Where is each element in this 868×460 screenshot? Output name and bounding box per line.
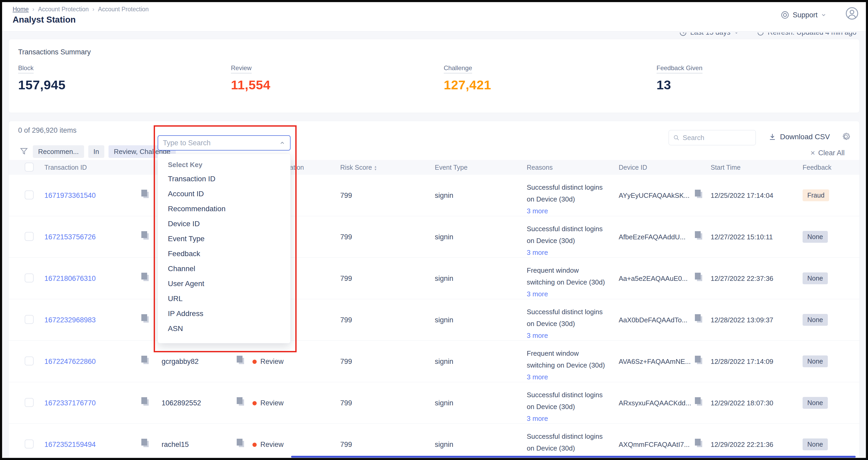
stat-feedback-given-label[interactable]: Feedback Given [656, 64, 703, 73]
event-type-cell: signin [435, 233, 454, 241]
col-event-type: Event Type [435, 164, 468, 171]
row-checkbox[interactable] [25, 439, 34, 449]
col-device-id: Device ID [619, 164, 647, 171]
row-checkbox[interactable] [25, 190, 34, 200]
col-reasons: Reasons [527, 164, 553, 171]
reasons-cell: Successful distinct loginson Device (30d… [527, 182, 614, 217]
event-type-cell: signin [435, 440, 454, 449]
device-id-cell: AaX0bDeFAQAAdTo... [619, 316, 687, 324]
close-icon: × [810, 148, 815, 157]
table-row: 1672180676310 799 signin Frequent window… [9, 258, 859, 299]
review-dot-icon [252, 401, 257, 405]
row-checkbox[interactable] [25, 232, 34, 241]
row-checkbox[interactable] [25, 315, 34, 324]
table-settings-button[interactable] [841, 132, 851, 142]
copy-icon[interactable] [141, 189, 149, 199]
row-checkbox[interactable] [25, 357, 34, 365]
feedback-badge: None [803, 231, 828, 243]
event-type-cell: signin [435, 191, 454, 200]
dropdown-option-feedback[interactable]: Feedback [158, 246, 290, 261]
page-title: Analyst Station [12, 15, 76, 25]
breadcrumb-home-link[interactable]: Home [12, 6, 29, 13]
row-checkbox[interactable] [25, 398, 34, 407]
transaction-id-link[interactable]: 1672232968983 [44, 316, 96, 324]
horizontal-scrollbar[interactable] [291, 456, 856, 458]
download-csv-button[interactable]: Download CSV [769, 133, 830, 141]
copy-icon[interactable] [141, 397, 149, 406]
dropdown-option-url[interactable]: URL [158, 291, 290, 306]
sort-icon[interactable]: ▴▾ [375, 165, 376, 171]
filter-chip-operator[interactable]: In [88, 145, 104, 158]
download-icon [769, 133, 776, 141]
stat-block-label[interactable]: Block [18, 64, 34, 73]
transaction-id-link[interactable]: 1672247622860 [44, 358, 96, 366]
dropdown-option-asn[interactable]: ASN [158, 321, 290, 336]
copy-icon[interactable] [141, 231, 149, 240]
dropdown-option-ip-address[interactable]: IP Address [158, 306, 290, 321]
stat-challenge-label[interactable]: Challenge [444, 64, 472, 73]
feedback-badge: None [803, 314, 828, 326]
filter-chip-key[interactable]: Recommen... [33, 145, 84, 158]
copy-icon[interactable] [141, 438, 149, 448]
copy-icon[interactable] [237, 397, 245, 406]
reasons-cell: Successful distinct loginson Device (30d… [527, 223, 614, 258]
more-reasons-link[interactable]: 3 more [527, 413, 548, 425]
analyst-station-page: Last 15 days Refresh: Updated 4 min ago … [2, 2, 866, 458]
copy-icon[interactable] [695, 189, 703, 199]
dropdown-option-transaction-id[interactable]: Transaction ID [158, 171, 290, 186]
dropdown-option-channel[interactable]: Channel [158, 261, 290, 276]
copy-icon[interactable] [141, 356, 149, 365]
search-key-combobox[interactable] [158, 135, 290, 151]
more-reasons-link[interactable]: 3 more [527, 247, 548, 258]
row-checkbox[interactable] [25, 274, 34, 282]
more-reasons-link[interactable]: 3 more [527, 288, 548, 300]
search-input[interactable] [683, 134, 751, 142]
copy-icon[interactable] [141, 272, 149, 282]
feedback-badge: None [803, 356, 828, 367]
clear-all-button[interactable]: × Clear All [810, 148, 845, 157]
breadcrumb-account-protection[interactable]: Account Protection [38, 6, 89, 13]
copy-icon[interactable] [237, 438, 245, 448]
copy-icon[interactable] [695, 356, 703, 365]
type-to-search-input[interactable] [163, 139, 279, 147]
feedback-badge: None [803, 397, 828, 409]
stat-feedback-given-value: 13 [656, 78, 703, 92]
copy-icon[interactable] [695, 438, 703, 448]
reasons-cell: Frequent windowswitching on Device (30d)… [527, 265, 614, 300]
stat-feedback-given: Feedback Given 13 [656, 64, 703, 92]
support-menu[interactable]: Support [780, 10, 827, 20]
dropdown-option-account-id[interactable]: Account ID [158, 186, 290, 201]
col-risk-score[interactable]: Risk Score▴▾ [340, 164, 376, 171]
more-reasons-link[interactable]: 3 more [527, 330, 548, 341]
feedback-badge: None [803, 438, 828, 450]
copy-icon[interactable] [141, 314, 149, 324]
copy-icon[interactable] [695, 397, 703, 406]
dropdown-option-user-agent[interactable]: User Agent [158, 276, 290, 291]
table-search[interactable] [669, 130, 756, 145]
transaction-id-link[interactable]: 1672153756726 [44, 233, 96, 241]
more-reasons-link[interactable]: 3 more [527, 205, 548, 217]
copy-icon[interactable] [695, 231, 703, 240]
stat-review: Review 11,554 [231, 64, 270, 92]
more-reasons-link[interactable]: 3 more [527, 371, 548, 383]
copy-icon[interactable] [695, 272, 703, 282]
transaction-id-link[interactable]: 1672352159494 [44, 440, 96, 449]
user-avatar[interactable] [845, 7, 859, 20]
transaction-id-link[interactable]: 1671973361540 [44, 191, 96, 200]
copy-icon[interactable] [237, 356, 245, 365]
reasons-cell: Frequent windowswitching on Device (30d)… [527, 347, 614, 383]
download-csv-label: Download CSV [780, 133, 830, 141]
reasons-cell: Successful distinct loginson Device (30d… [527, 389, 614, 425]
select-all-checkbox[interactable] [25, 163, 34, 172]
support-label: Support [793, 11, 817, 19]
start-time-cell: 12/28/2022 13:09:37 [711, 316, 773, 324]
transaction-id-link[interactable]: 1672180676310 [44, 275, 96, 283]
dropdown-option-device-id[interactable]: Device ID [158, 216, 290, 231]
dropdown-option-event-type[interactable]: Event Type [158, 231, 290, 246]
copy-icon[interactable] [695, 314, 703, 324]
transaction-id-link[interactable]: 1672337176770 [44, 399, 96, 407]
dropdown-option-recommendation[interactable]: Recommendation [158, 201, 290, 216]
event-type-cell: signin [435, 275, 454, 283]
risk-score-cell: 799 [340, 275, 352, 283]
stat-review-label[interactable]: Review [231, 64, 252, 73]
